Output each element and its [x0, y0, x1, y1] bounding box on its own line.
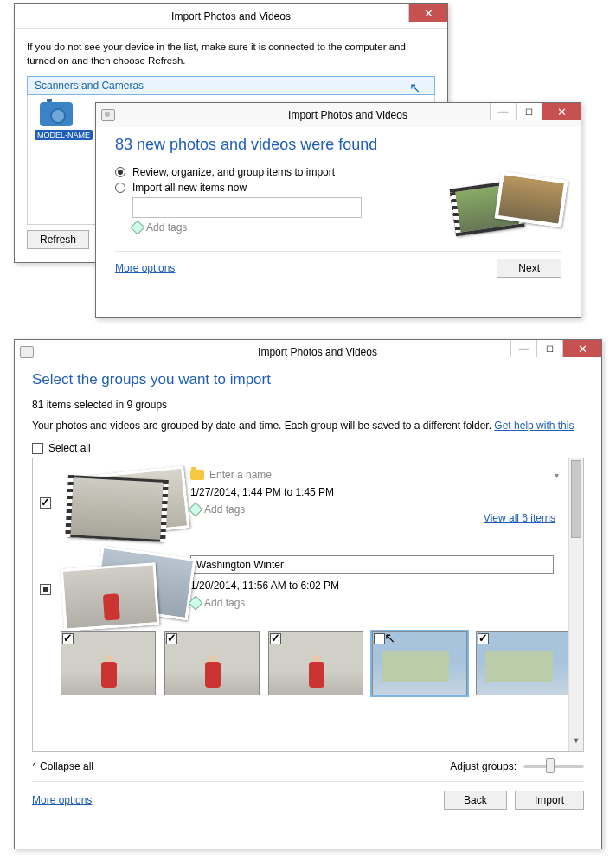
select-all-checkbox[interactable]	[32, 443, 43, 454]
maximize-button[interactable]: ☐	[536, 340, 562, 357]
more-options-link[interactable]: More options	[115, 262, 175, 274]
group-checkbox[interactable]	[40, 584, 51, 595]
instruction-text: If you do not see your device in the lis…	[27, 41, 435, 67]
thumbnail-item[interactable]	[164, 631, 260, 695]
thumbnail-item[interactable]	[476, 631, 571, 695]
import-button[interactable]: Import	[515, 791, 584, 810]
device-item[interactable]: MODEL-NAME	[35, 102, 95, 140]
photo-thumb[interactable]	[268, 631, 363, 695]
scroll-down-icon[interactable]: ▼	[569, 736, 583, 751]
close-button[interactable]: ✕	[562, 340, 601, 357]
group-item: 1/20/2014, 11:56 AM to 6:02 PM Add tags	[40, 552, 576, 621]
group-name-input[interactable]	[190, 555, 554, 574]
group-name-placeholder[interactable]: Enter a name	[209, 469, 272, 481]
select-groups-window: Import Photos and Videos — ☐ ✕ Select th…	[14, 339, 602, 849]
more-options-link[interactable]: More options	[32, 794, 92, 806]
group-thumbnail[interactable]	[62, 465, 183, 535]
minimize-button[interactable]: —	[490, 103, 516, 120]
tag-icon	[189, 503, 203, 517]
tags-input[interactable]	[132, 197, 362, 218]
add-tags-label: Add tags	[146, 221, 187, 234]
import-found-window: Import Photos and Videos — ☐ ✕ 83 new ph…	[95, 102, 581, 318]
select-all-label: Select all	[48, 442, 91, 454]
titlebar[interactable]: Import Photos and Videos ✕	[15, 4, 447, 29]
thumbnail-row: ↖	[61, 631, 576, 695]
thumbnail-item[interactable]	[61, 631, 156, 695]
adjust-groups-slider[interactable]	[523, 765, 584, 768]
next-button[interactable]: Next	[497, 259, 561, 278]
section-label: Scanners and Cameras	[35, 80, 144, 92]
thumb-checkbox[interactable]	[374, 633, 385, 644]
folder-icon	[190, 470, 204, 480]
tag-icon	[131, 221, 145, 235]
close-button[interactable]: ✕	[408, 4, 447, 22]
group-thumbnail[interactable]	[62, 552, 183, 621]
vertical-scrollbar[interactable]: ▲ ▼	[568, 458, 583, 751]
close-button[interactable]: ✕	[542, 103, 581, 120]
thumbnail-item[interactable]	[268, 631, 363, 695]
collapse-all-link[interactable]: ˄ Collapse all	[32, 760, 93, 772]
photo-thumb[interactable]	[61, 631, 156, 695]
scroll-thumb[interactable]	[571, 460, 581, 538]
option-label: Review, organize, and group items to imp…	[132, 166, 335, 178]
maximize-button[interactable]: ☐	[516, 103, 542, 120]
page-heading: Select the groups you want to import	[32, 371, 584, 388]
add-tags-link[interactable]: Add tags	[190, 597, 576, 609]
radio-icon	[115, 183, 125, 193]
preview-stack	[452, 176, 565, 253]
view-all-link[interactable]: View all 6 items	[484, 512, 555, 524]
help-link[interactable]: Get help with this	[494, 420, 574, 432]
photo-thumb[interactable]	[476, 631, 571, 695]
adjust-groups-label: Adjust groups:	[450, 760, 517, 772]
expand-icon[interactable]: ▾	[555, 471, 559, 480]
app-icon	[20, 346, 34, 358]
cursor-icon: ↖	[384, 630, 395, 646]
thumb-checkbox[interactable]	[478, 633, 489, 644]
window-title: Import Photos and Videos	[15, 10, 447, 22]
group-date-range: 1/27/2014, 1:44 PM to 1:45 PM	[190, 486, 576, 498]
group-item: Enter a name ▾ 1/27/2014, 1:44 PM to 1:4…	[40, 465, 576, 535]
radio-icon	[115, 167, 125, 177]
minimize-button[interactable]: —	[510, 340, 536, 357]
group-description: Your photos and videos are grouped by da…	[32, 420, 584, 432]
back-button[interactable]: Back	[444, 791, 507, 810]
chevron-up-icon: ˄	[32, 762, 36, 772]
thumbnail-item[interactable]: ↖	[372, 631, 467, 695]
option-label: Import all new items now	[132, 182, 247, 194]
app-icon	[101, 109, 115, 121]
device-label: MODEL-NAME	[35, 130, 93, 140]
photo-thumb[interactable]	[164, 631, 260, 695]
found-heading: 83 new photos and videos were found	[115, 136, 561, 154]
select-all-row[interactable]: Select all	[32, 442, 584, 454]
scanners-cameras-header[interactable]: Scanners and Cameras ↖	[27, 76, 435, 95]
selection-summary: 81 items selected in 9 groups	[32, 399, 584, 411]
thumb-checkbox[interactable]	[270, 633, 281, 644]
cursor-icon: ↖	[409, 80, 420, 96]
group-checkbox[interactable]	[40, 497, 51, 509]
thumb-checkbox[interactable]	[62, 633, 74, 644]
titlebar[interactable]: Import Photos and Videos — ☐ ✕	[96, 103, 581, 127]
groups-scroll-area[interactable]: Enter a name ▾ 1/27/2014, 1:44 PM to 1:4…	[32, 458, 584, 752]
refresh-button[interactable]: Refresh	[27, 230, 89, 249]
titlebar[interactable]: Import Photos and Videos — ☐ ✕	[15, 340, 601, 364]
camera-icon	[40, 102, 73, 126]
thumb-checkbox[interactable]	[166, 633, 177, 644]
group-date-range: 1/20/2014, 11:56 AM to 6:02 PM	[190, 580, 576, 592]
